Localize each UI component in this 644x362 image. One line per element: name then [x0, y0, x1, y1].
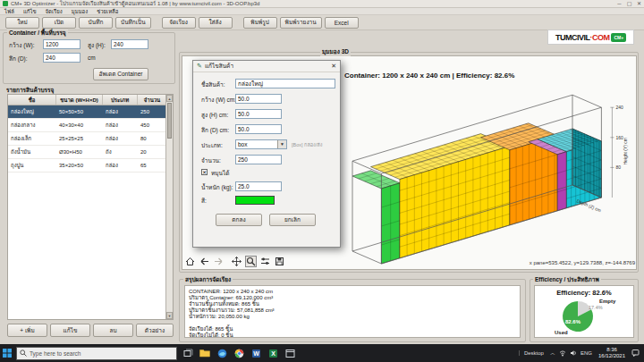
dialog-close-icon[interactable]: ✕: [331, 63, 336, 70]
scroll-up-icon[interactable]: ▲: [166, 95, 173, 102]
wifi-icon[interactable]: [559, 349, 566, 358]
container-width-input[interactable]: 1200: [43, 39, 80, 49]
toolbar-button-0[interactable]: ใหม่: [5, 17, 39, 29]
width-label: กว้าง (W):: [9, 41, 35, 50]
zoom-icon[interactable]: [245, 256, 257, 267]
toolbar-button-8[interactable]: Excel: [325, 17, 359, 29]
efficiency-pie-chart: Efficiency: 82.6% Empty 17.4% 82.6% Used: [535, 286, 633, 337]
table-cell: กล่อง: [103, 119, 138, 131]
item-type-label: ประเภท:: [201, 141, 223, 150]
container-height-input[interactable]: 240: [111, 39, 148, 49]
logo-text: TUMCIVIL: [555, 33, 590, 42]
column-header-3[interactable]: จำนวน: [138, 95, 167, 105]
scroll-down-icon[interactable]: ▼: [166, 312, 173, 319]
items-table: ชื่อขนาด (W×H×D)ประเภทจำนวน กล่องใหญ่50×…: [7, 94, 174, 320]
pie-empty-label: Empty: [599, 299, 616, 304]
item-width-label: กว้าง (W) cm:: [201, 96, 236, 105]
minimize-button[interactable]: ─: [614, 0, 624, 7]
column-header-0[interactable]: ชื่อ: [8, 95, 56, 105]
menu-item-0[interactable]: ไฟล์: [0, 7, 19, 16]
maximize-button[interactable]: ▢: [624, 0, 634, 7]
chevron-down-icon[interactable]: ▼: [277, 140, 286, 148]
logo-suffix: ·COM: [589, 33, 609, 42]
dialog-ok-button[interactable]: ตกลง: [216, 214, 262, 226]
menu-item-1[interactable]: แก้ไข: [19, 7, 41, 16]
menu-item-2[interactable]: จัดเรียง: [41, 7, 67, 16]
item-depth-input[interactable]: 50.0: [235, 124, 282, 134]
tray-chevron-icon[interactable]: ︿: [550, 349, 555, 358]
sample-button[interactable]: ตัวอย่าง: [136, 324, 174, 337]
notification-center-icon[interactable]: [631, 349, 640, 358]
table-row[interactable]: ถุงปูน35×20×50กล่อง65: [8, 159, 173, 173]
close-button[interactable]: ✕: [634, 0, 644, 7]
search-placeholder: Type here to search: [30, 350, 80, 357]
pan-icon[interactable]: [231, 256, 242, 267]
back-arrow-icon[interactable]: [199, 256, 210, 267]
table-row[interactable]: กล่องเล็ก25×25×25กล่อง80: [8, 132, 173, 146]
delete-item-button[interactable]: ลบ: [93, 324, 133, 337]
menu-item-4[interactable]: ช่วยเหลือ: [92, 7, 123, 16]
pencil-icon: ✎: [197, 63, 202, 70]
table-cell: 25×25×25: [56, 132, 103, 145]
update-container-button[interactable]: อัพเดต Container: [93, 68, 148, 80]
items-table-scrollbar[interactable]: ▲ ▼: [165, 95, 173, 319]
toolbar-button-6[interactable]: พิมพ์รูป: [243, 17, 277, 29]
toolbar-button-1[interactable]: เปิด: [42, 17, 76, 29]
dialog-cancel-button[interactable]: ยกเลิก: [269, 214, 316, 226]
edit-item-button[interactable]: แก้ไข: [50, 324, 90, 337]
chrome-icon[interactable]: [233, 347, 245, 359]
edge-icon[interactable]: [216, 347, 228, 359]
item-depth-label: ลึก (D) cm:: [201, 126, 229, 135]
desktop-toolbar-label[interactable]: Desktop: [519, 350, 548, 356]
summary-text[interactable]: CONTAINER: 1200 x 240 x 240 cmปริมาตร Co…: [184, 285, 521, 338]
edit-item-dialog: ✎ แก้ไขสินค้า ✕ ชื่อสินค้า: กล่องใหญ่ กว…: [192, 60, 341, 248]
item-type-select[interactable]: box ▼: [235, 139, 287, 149]
settings-sliders-icon[interactable]: [259, 256, 271, 267]
table-cell: 50×50×50: [56, 105, 103, 118]
item-qty-input[interactable]: 250: [235, 155, 282, 164]
menu-item-3[interactable]: มุมมอง: [67, 7, 92, 16]
summary-line: CONTAINER: 1200 x 240 x 240 cm: [189, 289, 516, 295]
taskbar-search-input[interactable]: Type here to search: [16, 347, 177, 360]
add-item-button[interactable]: + เพิ่ม: [7, 324, 47, 337]
file-explorer-icon[interactable]: [199, 347, 211, 359]
toolbar-button-2[interactable]: บันทึก: [79, 17, 113, 29]
container-depth-input[interactable]: 240: [43, 53, 80, 63]
item-width-input[interactable]: 50.0: [235, 94, 282, 104]
language-indicator[interactable]: ENG: [580, 350, 592, 356]
word-icon[interactable]: W: [250, 347, 262, 359]
pie-used-pct: 82.6%: [565, 319, 581, 324]
table-row[interactable]: กล่องกลาง40×30×40กล่อง450: [8, 119, 173, 132]
toolbar-button-4[interactable]: จัดเรียง: [162, 17, 196, 29]
toolbar-button-5[interactable]: ใส่ลัง: [199, 17, 233, 29]
toolbar-button-7[interactable]: พิมพ์รายงาน: [280, 17, 322, 29]
table-cell: ถุงปูน: [8, 159, 56, 172]
table-row[interactable]: กล่องใหญ่50×50×50กล่อง250: [8, 105, 173, 119]
column-header-2[interactable]: ประเภท: [103, 95, 138, 105]
start-button[interactable]: [0, 349, 14, 358]
task-view-icon[interactable]: [182, 347, 194, 359]
table-cell: 35×20×50: [56, 159, 103, 172]
item-weight-input[interactable]: 25.0: [235, 181, 282, 191]
excel-icon[interactable]: X: [267, 347, 279, 359]
scrollbar-thumb[interactable]: [167, 103, 172, 139]
dialog-title-bar[interactable]: ✎ แก้ไขสินค้า ✕: [193, 61, 340, 72]
forward-arrow-icon[interactable]: [213, 256, 225, 267]
column-header-1[interactable]: ขนาด (W×H×D): [56, 95, 103, 105]
item-height-input[interactable]: 50.0: [235, 109, 282, 119]
app-window-icon[interactable]: [284, 347, 296, 359]
table-row[interactable]: ถังน้ำมันØ30×H50ถัง20: [8, 146, 173, 159]
toolbar-button-3[interactable]: บันทึกเป็น: [115, 17, 151, 29]
summary-line: จำนวนชิ้นงานทั้งหมด: 865 ชิ้น: [189, 301, 516, 307]
rotate-label: หมุนได้: [211, 169, 230, 178]
save-image-icon[interactable]: [274, 256, 285, 267]
rotate-checkbox[interactable]: ✕: [201, 169, 208, 175]
table-cell: กล่องใหญ่: [8, 105, 56, 118]
item-color-swatch[interactable]: [235, 196, 275, 205]
volume-icon[interactable]: [570, 349, 577, 358]
summary-line: ปริมาตร Container: 69,120,000 cm³: [189, 295, 516, 301]
home-icon[interactable]: [184, 256, 196, 267]
item-name-input[interactable]: กล่องใหญ่: [235, 79, 335, 88]
taskbar-clock[interactable]: 8:36 16/12/2021: [598, 347, 625, 359]
svg-text:X: X: [271, 350, 275, 357]
